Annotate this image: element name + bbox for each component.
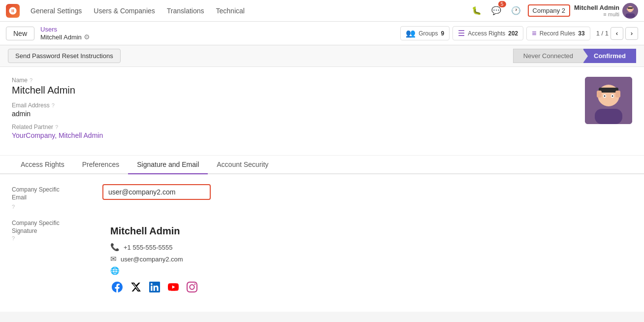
bug-icon[interactable]: 🐛 [469,3,484,19]
email-address-label: Email Address ? [12,102,103,109]
related-partner-label: Related Partner ? [12,124,103,130]
record-rules-pill[interactable]: ≡ Record Rules 33 [526,27,590,40]
svg-rect-7 [595,109,622,124]
access-rights-icon: ☰ [458,29,465,38]
groups-label: Groups [419,30,438,37]
top-navigation: General Settings Users & Companies Trans… [0,0,644,22]
name-field-row: Name ? Mitchell Admin [12,77,103,96]
signature-preview: Mitchell Admin 📞 +1 555-555-5555 ✉ user@… [102,218,207,302]
notification-count: 5 [498,1,506,7]
svg-rect-8 [599,88,618,93]
status-never-connected[interactable]: Never Connected [513,49,583,63]
youtube-icon[interactable] [166,280,180,294]
pager: 1 / 1 ‹ › [596,27,638,40]
svg-point-14 [604,96,606,97]
record-rules-icon: ≡ [532,29,536,38]
related-partner-field-row: Related Partner ? YourCompany, Mitchell … [12,124,103,139]
company-signature-field-label: Company Specific Signature ? [12,218,91,241]
globe-icon: 🌐 [110,266,120,275]
svg-rect-3 [627,8,628,10]
send-reset-button[interactable]: Send Password Reset Instructions [8,49,121,63]
nav-general-settings[interactable]: General Settings [26,4,87,18]
svg-rect-16 [602,90,608,91]
tab-access-rights[interactable]: Access Rights [12,156,73,174]
groups-icon: 👥 [406,29,416,38]
sig-phone-line: 📞 +1 555-555-5555 [110,243,199,252]
phone-icon: 📞 [110,243,120,252]
access-rights-pill[interactable]: ☰ Access Rights 202 [452,26,523,40]
instagram-icon[interactable] [185,280,199,294]
tabs: Access Rights Preferences Signature and … [0,156,644,174]
breadcrumb-current: Mitchell Admin ⚙ [40,33,90,41]
record-rules-count: 33 [578,30,584,37]
stat-pills: 👥 Groups 9 ☰ Access Rights 202 ≡ Record … [400,26,590,40]
facebook-icon[interactable] [110,280,124,294]
sig-social-icons [110,280,199,294]
record-rules-label: Record Rules [540,30,576,37]
svg-point-15 [612,96,613,97]
user-menu[interactable]: Mitchell Admin ≡ multi [574,3,638,19]
status-steps: Never Connected Confirmed [513,49,636,63]
form-header: Name ? Mitchell Admin Email Address ? ad… [12,77,632,145]
pager-next[interactable]: › [625,27,638,40]
nav-technical[interactable]: Technical [211,4,250,18]
groups-pill[interactable]: 👥 Groups 9 [400,26,450,40]
sig-email: user@company2.com [121,256,183,263]
action-bar: New Users Mitchell Admin ⚙ 👥 Groups 9 ☰ … [0,22,644,45]
notifications-button[interactable]: 💬 5 [488,3,504,19]
name-help-icon[interactable]: ? [30,77,32,83]
breadcrumb-parent[interactable]: Users [40,26,90,33]
name-value[interactable]: Mitchell Admin [12,85,103,96]
svg-rect-17 [609,90,615,91]
pager-text: 1 / 1 [596,30,609,37]
svg-rect-1 [625,13,635,18]
access-rights-label: Access Rights [468,30,505,37]
tab-account-security[interactable]: Account Security [208,156,277,174]
linkedin-icon[interactable] [148,280,161,294]
form-area: Name ? Mitchell Admin Email Address ? ad… [0,67,644,156]
company-selector[interactable]: Company 2 [528,4,570,17]
settings-gear-icon[interactable]: ⚙ [84,33,90,41]
name-label: Name ? [12,77,103,84]
svg-rect-2 [628,7,633,9]
pager-prev[interactable]: ‹ [611,27,623,40]
nav-users-companies[interactable]: Users & Companies [89,4,160,18]
tab-preferences[interactable]: Preferences [73,156,128,174]
company-signature-help-icon[interactable]: ? [12,235,91,241]
status-confirmed[interactable]: Confirmed [583,49,636,63]
status-bar: Send Password Reset Instructions Never C… [0,45,644,67]
company-email-input[interactable]: user@company2.com [102,184,211,200]
svg-point-0 [627,6,633,12]
email-help-icon[interactable]: ? [52,102,55,108]
form-fields: Name ? Mitchell Admin Email Address ? ad… [12,77,103,145]
user-profile-avatar[interactable] [585,77,632,124]
clock-icon[interactable]: 🕐 [508,3,524,19]
email-field-row: Email Address ? admin [12,102,103,118]
svg-rect-4 [632,8,634,10]
company-email-field-label: Company Specific Email ? [12,184,91,210]
email-value[interactable]: admin [12,110,103,118]
nav-translations[interactable]: Translations [162,4,209,18]
content-area: Send Password Reset Instructions Never C… [0,45,644,322]
access-rights-count: 202 [508,30,518,37]
svg-rect-10 [615,91,620,97]
related-partner-help-icon[interactable]: ? [55,124,58,130]
tab-signature-email[interactable]: Signature and Email [128,156,208,174]
sig-email-line: ✉ user@company2.com [110,255,199,263]
tab-content-signature-email: Company Specific Email ? user@company2.c… [0,174,644,312]
related-partner-value[interactable]: YourCompany, Mitchell Admin [12,131,103,139]
email-icon: ✉ [110,255,117,263]
twitter-icon[interactable] [129,280,143,294]
sig-phone: +1 555-555-5555 [124,244,172,251]
user-avatar [622,3,638,19]
groups-count: 9 [441,30,445,37]
breadcrumb: Users Mitchell Admin ⚙ [40,26,90,41]
svg-rect-9 [597,91,602,97]
company-email-help-icon[interactable]: ? [12,202,91,210]
user-display-name: Mitchell Admin [574,4,619,11]
sig-name: Mitchell Admin [110,225,199,237]
user-role: ≡ multi [574,11,619,17]
new-button[interactable]: New [6,27,34,40]
company-email-row: Company Specific Email ? user@company2.c… [12,184,632,210]
app-logo[interactable] [6,4,20,18]
